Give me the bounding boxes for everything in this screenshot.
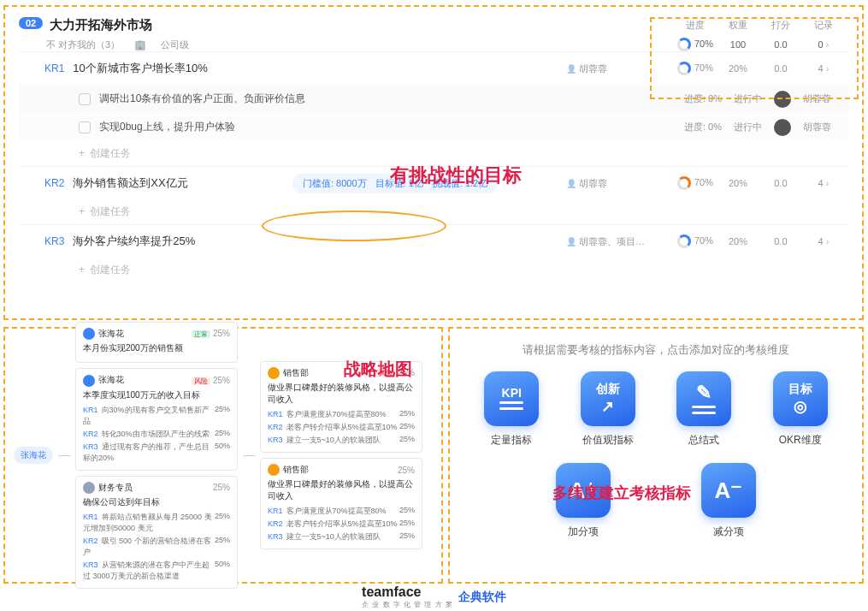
kr-tag: KR1	[44, 62, 64, 74]
kr-metrics: 70% 20% 0.0 4 ›	[674, 234, 845, 248]
objective-title[interactable]: 大力开拓海外市场	[50, 17, 152, 33]
connector-line	[243, 455, 255, 456]
kr-tag: KR3	[44, 235, 64, 247]
col-progress: 进度	[674, 19, 717, 32]
brand-name: teamface	[362, 584, 453, 600]
dimension-innovation[interactable]: 创新↗ 价值观指标	[561, 371, 655, 448]
task-title: 实现0bug上线，提升用户体验	[99, 120, 235, 134]
kpi-icon: KPI	[484, 371, 539, 426]
col-weight: 权重	[717, 19, 759, 32]
avatar[interactable]	[774, 91, 791, 108]
task-row[interactable]: 调研出10条有价值的客户正面、负面评价信息 进度: 0% 进行中 胡蓉蓉	[19, 85, 848, 113]
progress-ring-icon	[677, 62, 691, 75]
kr-owner[interactable]: 胡蓉蓉、项目…	[566, 235, 645, 248]
chevron-right-icon[interactable]: ›	[824, 39, 830, 50]
progress-ring-icon	[677, 38, 691, 51]
col-score: 打分	[759, 19, 802, 32]
dimension-penalty[interactable]: A⁻ 减分项	[682, 463, 776, 539]
task-title: 调研出10条有价值的客户正面、负面评价信息	[99, 92, 305, 106]
okr-panel: 02 大力开拓海外市场 不 对齐我的（3） 🏢 公司级 进度 权重 打分 记录 …	[3, 5, 864, 320]
threshold-value: 门槛值: 8000万	[303, 177, 367, 190]
kr-row[interactable]: KR3 海外客户续约率提升25% 胡蓉蓉、项目… 70% 20% 0.0 4 ›	[19, 224, 848, 258]
annotation-challenging: 有挑战性的目标	[390, 163, 522, 188]
map-root-node[interactable]: 张海花	[14, 447, 53, 464]
kr-row[interactable]: KR1 10个新城市客户增长率10% 胡蓉蓉 70% 20% 0.0 4 ›	[19, 51, 848, 85]
kr-tag: KR2	[44, 177, 64, 189]
a-minus-icon: A⁻	[701, 463, 756, 518]
kr-title: 海外销售额达到XX亿元	[73, 175, 187, 191]
task-status: 进行中	[734, 121, 762, 133]
map-card[interactable]: 销售部25% 做业界口碑最好的装修风格，以提高公司收入 KR1客户满意度从70%…	[260, 458, 422, 549]
target-icon: 目标◎	[773, 371, 828, 426]
chevron-right-icon[interactable]: ›	[824, 63, 830, 74]
dimension-okr[interactable]: 目标◎ OKR维度	[753, 371, 847, 448]
level-info: 公司级	[161, 39, 189, 50]
annotation-multi-dimension: 多纬度建立考核指标	[552, 483, 691, 503]
progress-ring-icon	[677, 176, 691, 190]
dimensions-title: 请根据需要考核的指标内容，点击添加对应的考核维度	[464, 342, 848, 358]
pen-icon: ✎	[676, 371, 731, 426]
map-card[interactable]: 张海花正常 25% 本月份实现200万的销售额	[75, 322, 238, 363]
objective-metrics: 70% 100 0.0 0 ›	[674, 38, 845, 51]
map-column-mid: 张海花正常 25% 本月份实现200万的销售额 张海花风险 25% 本季度实现1…	[75, 322, 238, 589]
add-task-button[interactable]: 创建任务	[19, 258, 848, 282]
brand-tagline: 企 业 数 字 化 管 理 方 案	[362, 600, 453, 609]
footer-brand: teamface 企 业 数 字 化 管 理 方 案 企典软件	[362, 584, 506, 609]
annotation-strategy-map: 战略地图	[344, 358, 412, 381]
checkbox[interactable]	[79, 122, 91, 133]
kr-owner[interactable]: 胡蓉蓉	[566, 62, 607, 75]
kr-title: 海外客户续约率提升25%	[73, 234, 195, 249]
map-card[interactable]: 张海花风险 25% 本季度实现100万元的收入目标 KR1向30%的现有客户交叉…	[75, 368, 238, 470]
strategy-map-panel: 战略地图 张海花 张海花正常 25% 本月份实现200万的销售额 张海花风险 2…	[3, 327, 443, 584]
chevron-right-icon[interactable]: ›	[824, 236, 830, 246]
connector-line	[58, 455, 70, 456]
map-column-right: 销售部风险 25% 做业界口碑最好的装修风格，以提高公司收入 KR1客户满意度从…	[260, 361, 422, 550]
checkbox[interactable]	[79, 93, 91, 105]
progress-ring-icon	[677, 234, 691, 248]
col-records: 记录	[802, 19, 845, 32]
objective-badge: 02	[19, 17, 43, 29]
dimension-summary[interactable]: ✎ 总结式	[657, 371, 751, 448]
add-task-button[interactable]: 创建任务	[19, 199, 848, 224]
metrics-header: 进度 权重 打分 记录	[674, 19, 845, 32]
map-card[interactable]: 财务专员25% 确保公司达到年目标 KR1将新站点销售额从每月 25000 美元…	[75, 476, 238, 589]
innovation-icon: 创新↗	[581, 371, 635, 426]
chevron-right-icon[interactable]: ›	[824, 178, 830, 188]
kr-metrics: 70% 20% 0.0 4 ›	[674, 176, 845, 190]
task-progress: 进度: 0%	[684, 121, 722, 133]
align-info[interactable]: 不 对齐我的（3）	[46, 39, 120, 50]
kr-metrics: 70% 20% 0.0 4 ›	[674, 62, 845, 75]
dimension-kpi[interactable]: KPI 定量指标	[464, 371, 558, 448]
brand-cn: 企典软件	[458, 590, 506, 605]
task-status: 进行中	[734, 92, 762, 105]
task-row[interactable]: 实现0bug上线，提升用户体验 进度: 0% 进行中 胡蓉蓉	[19, 113, 848, 141]
task-user: 胡蓉蓉	[803, 121, 831, 133]
avatar[interactable]	[774, 119, 791, 136]
kr-title: 10个新城市客户增长率10%	[73, 61, 207, 76]
task-progress: 进度: 0%	[684, 92, 722, 105]
kr-owner[interactable]: 胡蓉蓉	[566, 177, 607, 190]
task-user: 胡蓉蓉	[803, 92, 831, 105]
dimensions-panel: 请根据需要考核的指标内容，点击添加对应的考核维度 KPI 定量指标 创新↗ 价值…	[448, 327, 864, 584]
